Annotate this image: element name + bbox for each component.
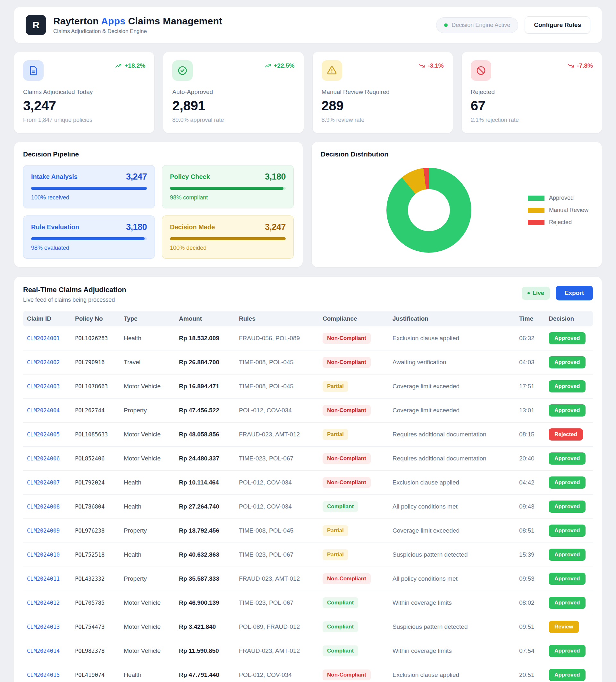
table-actions: Live Export xyxy=(522,286,593,300)
stat-icon xyxy=(177,65,188,76)
export-button[interactable]: Export xyxy=(556,286,593,300)
claim-amount: Rp 27.264.740 xyxy=(175,497,235,516)
decision-badge: Approved xyxy=(549,549,586,561)
decision-pipeline-panel: Decision Pipeline Intake Analysis 3,247 … xyxy=(14,142,303,267)
header-actions: Decision Engine Active Configure Rules xyxy=(436,16,590,34)
claim-type: Property xyxy=(120,569,175,588)
rules-applied: FRAUD-023, AMT-012 xyxy=(235,569,319,588)
table-title: Real-Time Claims Adjudication xyxy=(23,286,126,294)
decision-badge: Approved xyxy=(549,332,586,344)
claim-type: Health xyxy=(120,473,175,492)
legend-swatch xyxy=(528,196,545,201)
policy-no: POL419074 xyxy=(71,666,120,682)
claim-id-link[interactable]: CLM2024006 xyxy=(23,450,71,468)
distribution-title: Decision Distribution xyxy=(321,151,593,158)
stat-icon xyxy=(28,65,39,76)
claim-time: 04:42 xyxy=(515,473,545,492)
policy-no: POL982378 xyxy=(71,642,120,660)
claim-type: Motor Vehicle xyxy=(120,425,175,444)
table-subtitle: Live feed of claims being processed xyxy=(23,297,126,303)
claim-type: Property xyxy=(120,401,175,420)
trend-indicator: -7.8% xyxy=(567,62,593,69)
claim-id-link[interactable]: CLM2024001 xyxy=(23,329,71,347)
claim-id-link[interactable]: CLM2024011 xyxy=(23,570,71,588)
legend-label: Approved xyxy=(549,195,574,201)
claim-id-link[interactable]: CLM2024012 xyxy=(23,594,71,612)
claim-id-link[interactable]: CLM2024003 xyxy=(23,378,71,395)
page-subtitle: Claims Adjudication & Decision Engine xyxy=(53,28,222,35)
table-row: CLM2024002 POL790916 Travel Rp 26.884.70… xyxy=(23,350,593,374)
policy-no: POL786804 xyxy=(71,498,120,516)
policy-no: POL752518 xyxy=(71,546,120,564)
compliance-badge: Non-Compliant xyxy=(323,405,371,416)
justification-text: Exclusion clause applied xyxy=(389,473,515,492)
stage-name: Intake Analysis xyxy=(31,173,77,181)
compliance-badge: Compliant xyxy=(323,621,358,632)
rules-applied: TIME-023, POL-067 xyxy=(235,593,319,612)
compliance-badge: Partial xyxy=(323,525,348,536)
column-header: Time xyxy=(515,315,545,322)
justification-text: Requires additional documentation xyxy=(389,449,515,468)
policy-no: POL262744 xyxy=(71,402,120,419)
stat-label: Auto-Approved xyxy=(172,89,294,95)
stat-icon-box xyxy=(471,60,491,81)
claim-id-link[interactable]: CLM2024009 xyxy=(23,522,71,540)
justification-text: Suspicious pattern detected xyxy=(389,545,515,564)
stage-subtext: 98% compliant xyxy=(170,194,286,201)
claim-time: 20:40 xyxy=(515,449,545,468)
claim-amount: Rp 18.532.009 xyxy=(175,329,235,347)
claim-time: 07:54 xyxy=(515,642,545,660)
trend-up-icon xyxy=(264,62,271,69)
configure-rules-button[interactable]: Configure Rules xyxy=(525,16,590,34)
decision-badge: Approved xyxy=(549,501,586,513)
compliance-badge: Non-Compliant xyxy=(323,357,371,368)
compliance-badge: Non-Compliant xyxy=(323,477,371,488)
legend-item: Approved xyxy=(528,195,588,201)
claim-id-link[interactable]: CLM2024013 xyxy=(23,618,71,636)
trend-indicator: +22.5% xyxy=(264,62,295,69)
stat-icon-box xyxy=(23,60,44,81)
stat-subtext: 2.1% rejection rate xyxy=(471,117,593,123)
decision-badge: Approved xyxy=(549,525,586,537)
claim-id-link[interactable]: CLM2024007 xyxy=(23,474,71,492)
table-row: CLM2024015 POL419074 Health Rp 47.791.44… xyxy=(23,663,593,682)
stat-card: +18.2% Claims Adjudicated Today 3,247 Fr… xyxy=(14,52,154,133)
claim-id-link[interactable]: CLM2024004 xyxy=(23,402,71,419)
claim-amount: Rp 35.587.333 xyxy=(175,569,235,588)
justification-text: Coverage limit exceeded xyxy=(389,521,515,540)
claim-id-link[interactable]: CLM2024008 xyxy=(23,498,71,516)
justification-text: Within coverage limits xyxy=(389,593,515,612)
claim-id-link[interactable]: CLM2024014 xyxy=(23,642,71,660)
claim-id-link[interactable]: CLM2024002 xyxy=(23,353,71,371)
claim-type: Motor Vehicle xyxy=(120,593,175,612)
stat-icon xyxy=(327,65,337,76)
stat-icon-box xyxy=(172,60,193,81)
stat-value: 2,891 xyxy=(172,98,294,114)
claim-id-link[interactable]: CLM2024005 xyxy=(23,426,71,444)
column-header: Type xyxy=(120,315,175,322)
stats-row: +18.2% Claims Adjudicated Today 3,247 Fr… xyxy=(14,52,602,133)
stage-progress-fill xyxy=(31,237,145,240)
decision-badge: Approved xyxy=(549,669,586,681)
justification-text: Awaiting verification xyxy=(389,353,515,372)
rules-applied: FRAUD-023, AMT-012 xyxy=(235,642,319,660)
claim-time: 06:32 xyxy=(515,329,545,347)
claim-time: 13:01 xyxy=(515,401,545,420)
claim-type: Health xyxy=(120,666,175,682)
claim-type: Health xyxy=(120,545,175,564)
chart-legend: ApprovedManual ReviewRejected xyxy=(528,195,588,226)
claim-amount: Rp 47.791.440 xyxy=(175,666,235,682)
claim-amount: Rp 40.632.863 xyxy=(175,545,235,564)
claim-amount: Rp 11.590.850 xyxy=(175,642,235,660)
claim-type: Health xyxy=(120,497,175,516)
claim-amount: Rp 47.456.522 xyxy=(175,401,235,420)
claim-id-link[interactable]: CLM2024015 xyxy=(23,666,71,682)
claim-time: 09:53 xyxy=(515,569,545,588)
claim-id-link[interactable]: CLM2024010 xyxy=(23,546,71,564)
justification-text: All policy conditions met xyxy=(389,497,515,516)
compliance-badge: Non-Compliant xyxy=(323,333,371,344)
stage-value: 3,180 xyxy=(126,222,147,232)
pipeline-stage-card: Decision Made 3,247 100% decided xyxy=(162,215,294,259)
engine-status-badge: Decision Engine Active xyxy=(436,17,518,33)
compliance-badge: Non-Compliant xyxy=(323,669,371,680)
